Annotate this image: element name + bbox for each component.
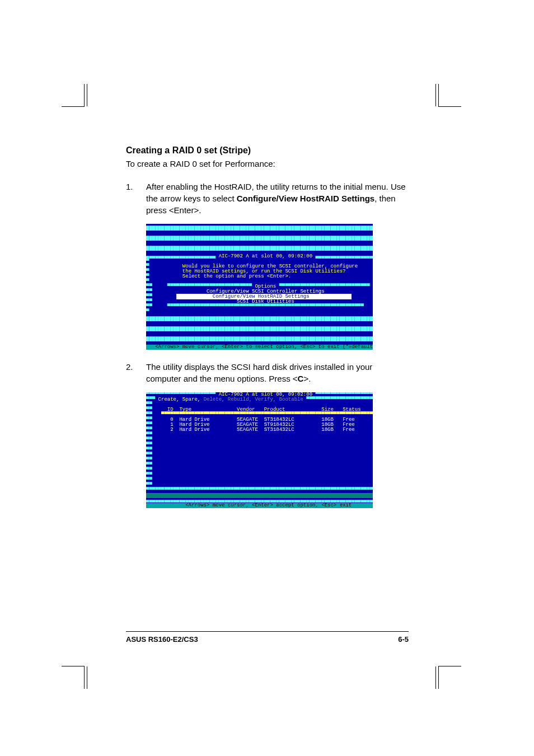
term2-menu-active: Create, Spare, — [158, 397, 201, 402]
crop-mark-tr2 — [435, 84, 436, 106]
term1-header: AIC-7902 A at slot 00, 09:02:00 — [216, 253, 315, 259]
step-text: After enabling the HostRAID, the utility… — [146, 181, 409, 216]
terminal-screenshot-1: ▄▄▄▄▄▄▄▄▄▄▄▄▄▄▄▄▄▄▄▄▄▄▄▄▄▄▄▄▄▄▄▄▄▄▄▄▄▄▄▄… — [146, 224, 373, 350]
footer-right: 6-5 — [398, 635, 409, 644]
row2-type: Hard Drive — [179, 427, 209, 433]
row2-id: 2 — [170, 427, 173, 433]
step-number: 1. — [126, 181, 146, 216]
step-1: 1. After enabling the HostRAID, the util… — [126, 181, 409, 216]
term2-statusbar: <Arrows> move cursor, <Enter> accept opt… — [146, 503, 373, 508]
page-content: Creating a RAID 0 set (Stripe) To create… — [126, 145, 409, 519]
crop-mark-bl2 — [87, 666, 88, 689]
step-pre: The utility displays the SCSI hard disk … — [146, 362, 372, 383]
step-text: The utility displays the SCSI hard disk … — [146, 361, 409, 384]
step-bold: Configure/View HostRAID Settings — [237, 194, 374, 203]
term2-menu-rest: Delete, Rebuild, Verify, Bootable — [200, 397, 306, 402]
crop-mark-br — [438, 666, 461, 689]
step-number: 2. — [126, 361, 146, 384]
page-footer: ASUS RS160-E2/CS3 6-5 — [126, 631, 409, 644]
section-heading: Creating a RAID 0 set (Stripe) — [126, 145, 409, 156]
terminal-screenshot-2: ▀▀▀▀▀▀▀▀▀▀▀▀▀▀▀▀▀▀▀▀▀▀▀ AIC-7902 A at sl… — [146, 392, 373, 508]
crop-mark-tl2 — [87, 84, 88, 106]
crop-mark-tr — [438, 84, 461, 107]
step-bold: C — [298, 374, 304, 383]
crop-mark-tl — [62, 84, 85, 107]
footer-left: ASUS RS160-E2/CS3 — [126, 635, 198, 644]
row2-product: ST318432LC — [264, 427, 294, 433]
step-2: 2. The utility displays the SCSI hard di… — [126, 361, 409, 384]
term1-statusbar: <Arrows> move cursor, <Enter> to select … — [146, 345, 373, 350]
crop-mark-bl — [62, 666, 85, 689]
crop-mark-br2 — [435, 666, 436, 689]
row2-vendor: SEAGATE — [237, 427, 258, 433]
row2-size: 18GB — [321, 427, 334, 433]
term1-msg3: Select the option and press <Enter>. — [182, 274, 291, 279]
intro-text: To create a RAID 0 set for Performance: — [126, 159, 409, 168]
step-post: >. — [303, 374, 311, 383]
row2-status: Free — [343, 427, 355, 433]
